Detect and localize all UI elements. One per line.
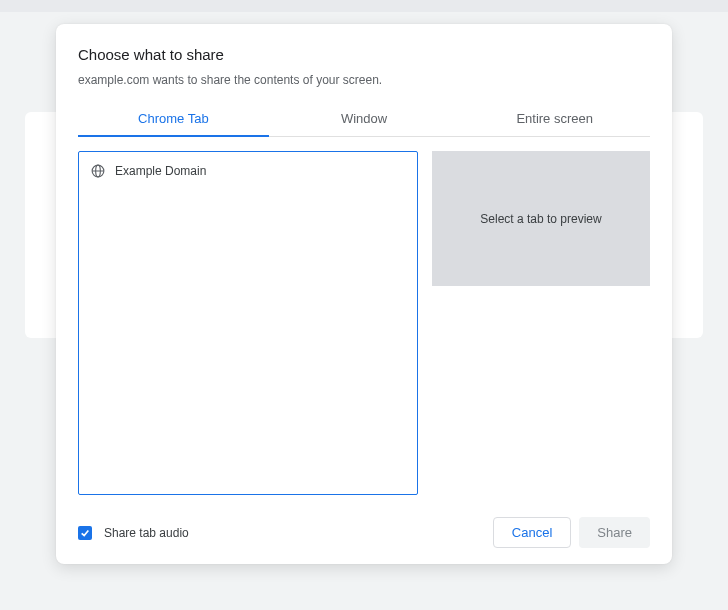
cancel-button[interactable]: Cancel xyxy=(493,517,571,548)
share-audio-row: Share tab audio xyxy=(78,526,189,540)
share-mode-tabs: Chrome Tab Window Entire screen xyxy=(78,103,650,137)
tab-list-item[interactable]: Example Domain xyxy=(89,160,407,182)
tab-window[interactable]: Window xyxy=(269,103,460,136)
tab-entire-screen[interactable]: Entire screen xyxy=(459,103,650,136)
share-button[interactable]: Share xyxy=(579,517,650,548)
dialog-footer: Share tab audio Cancel Share xyxy=(78,495,650,548)
content-row: Example Domain Select a tab to preview xyxy=(78,151,650,495)
share-dialog: Choose what to share example.com wants t… xyxy=(56,24,672,564)
globe-icon xyxy=(91,164,105,178)
share-audio-checkbox[interactable] xyxy=(78,526,92,540)
dialog-title: Choose what to share xyxy=(78,46,650,63)
checkmark-icon xyxy=(80,528,90,538)
preview-placeholder: Select a tab to preview xyxy=(480,212,601,226)
browser-top-bar xyxy=(0,0,728,12)
tab-list[interactable]: Example Domain xyxy=(78,151,418,495)
tab-list-item-label: Example Domain xyxy=(115,164,206,178)
dialog-buttons: Cancel Share xyxy=(493,517,650,548)
dialog-subtitle: example.com wants to share the contents … xyxy=(78,73,650,87)
share-audio-label: Share tab audio xyxy=(104,526,189,540)
preview-pane: Select a tab to preview xyxy=(432,151,650,286)
tab-chrome-tab[interactable]: Chrome Tab xyxy=(78,103,269,136)
